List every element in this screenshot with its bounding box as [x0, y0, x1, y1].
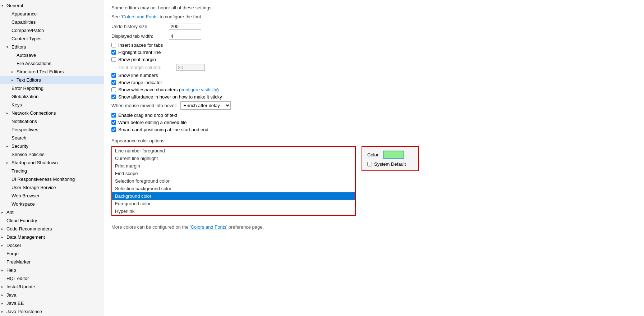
sidebar: GeneralAppearanceCapabilitiesCompare/Pat…: [0, 0, 104, 316]
sidebar-item-cloud-foundry[interactable]: Cloud Foundry: [0, 216, 104, 225]
smart-caret-checkbox[interactable]: [111, 127, 116, 132]
color-list-item-selected[interactable]: Background color: [112, 192, 355, 200]
sidebar-item-freemarker[interactable]: FreeMarker: [0, 258, 104, 266]
show-line-numbers-checkbox[interactable]: [111, 73, 116, 78]
sidebar-item-globalization[interactable]: Globalization: [0, 92, 104, 101]
sidebar-item-file-associations[interactable]: File Associations: [0, 59, 104, 68]
tree-arrow-editors: [6, 45, 12, 49]
sidebar-label-ui-responsiveness: UI Responsiveness Monitoring: [12, 177, 75, 182]
sidebar-item-search[interactable]: Search: [0, 134, 104, 142]
undo-row: Undo history size:: [111, 23, 637, 30]
color-list-item[interactable]: Selection foreground color: [112, 177, 355, 185]
show-whitespace-checkbox[interactable]: [111, 87, 116, 92]
sidebar-item-install-update[interactable]: Install/Update: [0, 283, 104, 291]
tree-arrow-network-connections: [6, 111, 12, 115]
sidebar-item-docker[interactable]: Docker: [0, 241, 104, 249]
highlight-line-checkbox[interactable]: [111, 50, 116, 55]
sidebar-item-network-connections[interactable]: Network Connections: [0, 109, 104, 117]
tree-arrow-help: [1, 268, 6, 272]
color-list-item[interactable]: Print margin: [112, 162, 355, 170]
sidebar-item-java-persistence[interactable]: Java Persistence: [0, 307, 104, 316]
sidebar-item-ui-responsiveness[interactable]: UI Responsiveness Monitoring: [0, 175, 104, 183]
sidebar-item-forge[interactable]: Forge: [0, 249, 104, 258]
sidebar-item-keys[interactable]: Keys: [0, 101, 104, 109]
sidebar-label-workspace: Workspace: [12, 201, 35, 207]
show-print-margin-checkbox[interactable]: [111, 57, 116, 62]
sidebar-item-autosave[interactable]: Autosave: [0, 51, 104, 59]
main-note: Some editors may not honor all of these …: [111, 5, 637, 10]
sidebar-label-perspectives: Perspectives: [12, 127, 38, 132]
color-list-item[interactable]: Foreground color: [112, 200, 355, 207]
sidebar-label-code-recommenders: Code Recommenders: [6, 226, 52, 232]
sidebar-item-web-browser[interactable]: Web Browser: [0, 192, 104, 200]
sidebar-item-error-reporting[interactable]: Error Reporting: [0, 84, 104, 92]
sidebar-item-tracing[interactable]: Tracing: [0, 167, 104, 175]
system-default-checkbox[interactable]: [367, 162, 372, 166]
sidebar-tree: GeneralAppearanceCapabilitiesCompare/Pat…: [0, 1, 104, 316]
print-margin-row: Print margin column:: [111, 64, 637, 71]
sidebar-item-workspace[interactable]: Workspace: [0, 200, 104, 208]
sidebar-item-capabilities[interactable]: Capabilities: [0, 18, 104, 26]
checkbox-show-line-numbers: Show line numbers: [111, 73, 637, 78]
sidebar-item-security[interactable]: Security: [0, 142, 104, 150]
checkbox-insert-spaces: Insert spaces for tabs: [111, 42, 637, 48]
undo-input[interactable]: [169, 23, 201, 30]
sidebar-item-java[interactable]: Java: [0, 291, 104, 299]
sidebar-item-perspectives[interactable]: Perspectives: [0, 125, 104, 134]
color-list-item[interactable]: Find scope: [112, 170, 355, 177]
sidebar-item-compare-patch[interactable]: Compare/Patch: [0, 26, 104, 35]
color-list-item[interactable]: Selection background color: [112, 185, 355, 192]
tree-arrow-java-ee: [1, 301, 6, 305]
sidebar-item-structured-text-editors[interactable]: Structured Text Editors: [0, 68, 104, 76]
configure-visibility-link[interactable]: configure visibility: [180, 87, 217, 92]
sidebar-item-appearance[interactable]: Appearance: [0, 10, 104, 18]
sidebar-item-data-management[interactable]: Data Management: [0, 233, 104, 241]
sidebar-item-help[interactable]: Help: [0, 266, 104, 274]
colors-and-fonts-link-bottom[interactable]: 'Colors and Fonts': [190, 224, 227, 230]
tree-arrow-ant: [1, 210, 6, 214]
sidebar-label-capabilities: Capabilities: [12, 19, 36, 25]
sidebar-label-keys: Keys: [12, 102, 22, 107]
sidebar-item-startup-shutdown[interactable]: Startup and Shutdown: [0, 159, 104, 167]
sidebar-item-notifications[interactable]: Notifications: [0, 117, 104, 125]
hover-select[interactable]: Enrich after delay Enrich immediately Ne…: [180, 101, 231, 110]
sidebar-label-tracing: Tracing: [12, 168, 27, 174]
font-note: See 'Colors and Fonts' to configure the …: [111, 14, 637, 19]
sidebar-item-ant[interactable]: Ant: [0, 208, 104, 216]
checkbox-show-affordance: Show affordance in hover on how to make …: [111, 94, 637, 100]
sidebar-label-notifications: Notifications: [12, 119, 37, 124]
sidebar-label-java-persistence: Java Persistence: [6, 309, 42, 314]
color-list-item[interactable]: Hyperlink: [112, 207, 355, 215]
sidebar-item-java-ee[interactable]: Java EE: [0, 299, 104, 307]
sidebar-item-general[interactable]: General: [0, 1, 104, 10]
show-affordance-checkbox[interactable]: [111, 95, 116, 99]
colors-and-fonts-link-top[interactable]: 'Colors and Fonts': [121, 14, 158, 19]
sidebar-label-java: Java: [6, 292, 16, 298]
tree-arrow-code-recommenders: [1, 227, 6, 231]
sidebar-label-general: General: [6, 3, 23, 8]
color-list-item[interactable]: Line number foreground: [112, 147, 355, 155]
sidebar-item-text-editors[interactable]: Text Editors: [0, 76, 104, 84]
color-label: Color:: [367, 152, 380, 157]
color-swatch[interactable]: [383, 151, 404, 159]
sidebar-label-compare-patch: Compare/Patch: [12, 28, 44, 33]
tree-arrow-startup-shutdown: [6, 161, 12, 165]
sidebar-label-security: Security: [12, 143, 28, 149]
sidebar-label-globalization: Globalization: [12, 94, 38, 99]
sidebar-item-content-types[interactable]: Content Types: [0, 35, 104, 43]
sidebar-item-service-policies[interactable]: Service Policies: [0, 150, 104, 159]
sidebar-item-code-recommenders[interactable]: Code Recommenders: [0, 225, 104, 233]
warn-derived-checkbox[interactable]: [111, 120, 116, 125]
enable-drag-checkbox[interactable]: [111, 113, 116, 118]
sidebar-item-hql-editor[interactable]: HQL editor: [0, 274, 104, 283]
tab-width-input[interactable]: [169, 33, 201, 40]
sidebar-item-user-storage[interactable]: User Storage Service: [0, 183, 104, 192]
insert-spaces-checkbox[interactable]: [111, 43, 116, 47]
sidebar-item-editors[interactable]: Editors: [0, 43, 104, 51]
show-range-checkbox[interactable]: [111, 80, 116, 85]
color-list-item[interactable]: Current line highlight: [112, 155, 355, 162]
checkbox-show-range: Show range indicator: [111, 80, 637, 85]
sidebar-label-appearance: Appearance: [12, 11, 37, 17]
tree-arrow-install-update: [1, 285, 6, 289]
tree-arrow-docker: [1, 243, 6, 247]
